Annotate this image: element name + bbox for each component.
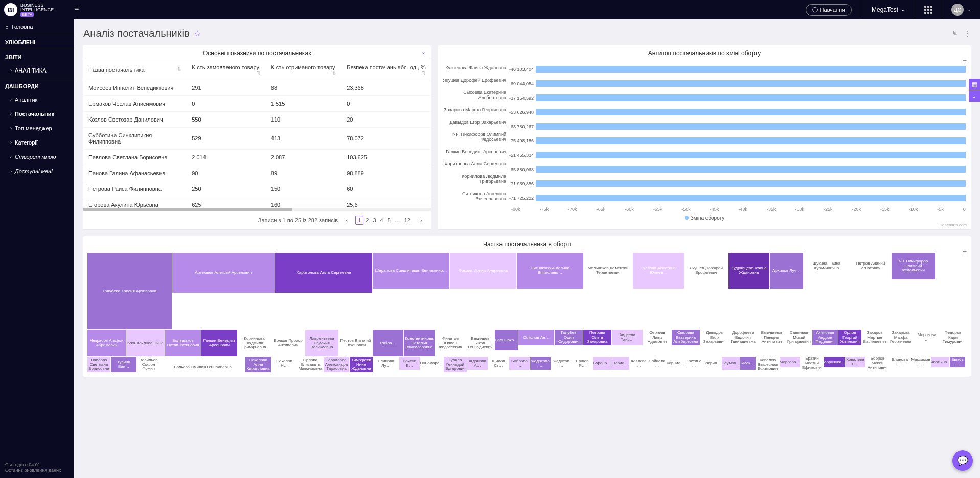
bar-row[interactable]: -46 103,404 (509, 64, 966, 74)
treemap-cell[interactable]: Захарова Марфа Георгиевна (888, 330, 914, 345)
treemap-cell[interactable]: Голубева Таисия Архиповна (87, 253, 172, 329)
treemap-cell[interactable]: Мельников Дементий Терентьевич (584, 253, 632, 289)
bar-row[interactable]: -37 154,592 (509, 93, 966, 102)
treemap-cell[interactable]: Максимов … (910, 357, 931, 367)
table-row[interactable]: Козлов Светозар Данилович55011020 (83, 112, 431, 128)
bar-row[interactable]: -53 626,948 (509, 107, 966, 116)
treemap-cell[interactable]: Архипов Луч… (770, 253, 803, 289)
treemap-cell[interactable]: Пестов Виталий Тихонович (339, 330, 372, 356)
treemap-cell[interactable]: Федоров Карл Тимурович (940, 330, 966, 345)
treemap-cell[interactable]: Блинова Е… (890, 357, 910, 367)
treemap-cell[interactable]: Козлова … (630, 357, 648, 370)
treemap-cell[interactable]: Некрасов Агафон Абрамович (87, 330, 126, 356)
treemap-cell[interactable]: Бобров Мокей Антипович (866, 357, 889, 370)
treemap-cell[interactable]: Соколова Алла Кирилловна (245, 357, 271, 372)
treemap-cell[interactable]: г-жа Хохлова Нине (126, 330, 165, 356)
treemap-cell[interactable]: Филатов Юлиан Федосеевич (435, 330, 466, 356)
treemap-cell[interactable]: Братин Ипатий Ефимович (801, 357, 824, 370)
treemap-cell[interactable]: Гаврил… (703, 357, 721, 370)
apps-menu[interactable] (915, 0, 942, 19)
treemap-cell[interactable]: Тимофеев Нина Ждановна (350, 357, 373, 372)
treemap-cell[interactable]: Жданова А… (467, 357, 488, 370)
bar-row[interactable]: -71 725,222 (509, 193, 966, 202)
sidebar-item-0[interactable]: ›Аналітик (0, 92, 74, 107)
treemap-cell[interactable]: Морозова… (824, 357, 845, 367)
treemap-cell[interactable]: Воксов Е… (399, 357, 420, 370)
treemap-cell[interactable]: Быков … (950, 357, 965, 367)
bar-row[interactable]: -71 959,856 (509, 179, 966, 188)
pager-page[interactable]: 5 (385, 216, 393, 224)
treemap-cell[interactable]: Васильев Яков Геннадиевич (466, 330, 494, 356)
treemap-cell[interactable]: Блинова Лу… (373, 357, 399, 370)
sidebar-item-5[interactable]: ›Доступні мені (0, 164, 74, 178)
bar-row[interactable]: -63 780,267 (509, 122, 966, 131)
edit-icon[interactable]: ✎ (952, 30, 958, 37)
table-row[interactable]: Егорова Акулина Юрьевна62516025,6 (83, 197, 431, 208)
treemap-cell[interactable]: Барано… (593, 357, 611, 370)
pager-prev[interactable]: ‹ (342, 216, 351, 224)
treemap-cell[interactable]: Пономаре… (420, 357, 443, 370)
treemap-cell[interactable]: Тусина Ван… (111, 357, 136, 372)
treemap-cell[interactable]: Костина … (685, 357, 703, 370)
tenant-selector[interactable]: MegaTest ⌄ (862, 0, 915, 19)
sort-icon[interactable]: ⇅ (332, 70, 336, 76)
treemap-cell[interactable]: Ковалев Вышеслав Ефимович (756, 357, 779, 372)
treemap-cell[interactable]: Васильев Софон Фомич (137, 357, 160, 372)
treemap-cell[interactable]: Соколов Н… (271, 357, 297, 370)
treemap-cell[interactable]: Петров Ананий Игнатович (850, 253, 891, 279)
treemap-cell[interactable]: Корнил… (667, 357, 685, 370)
column-header[interactable]: Назва постачальника⇅ (83, 60, 187, 80)
treemap-cell[interactable]: Дорофеева Евдокия Геннадиевна (729, 330, 757, 345)
treemap-cell[interactable]: Орлова Елизавета Максимовна (298, 357, 323, 372)
treemap-cell[interactable]: Константинова Наталья Вячеславовна (404, 330, 435, 356)
collapse-icon[interactable]: ⌄ (421, 49, 426, 55)
treemap-cell[interactable]: Савельев Мокей Григорьевич (786, 330, 812, 345)
treemap-cell[interactable]: Ершов Я… (572, 357, 592, 370)
table-row[interactable]: Панова Галина Афанасьевна908998,889 (83, 165, 431, 181)
treemap-cell[interactable]: Якушев Дорофей Ерофеевич (685, 253, 728, 289)
side-tab-collapse-icon[interactable]: ⌄ (969, 90, 980, 102)
sidebar-item-2[interactable]: ›Топ менеджер (0, 121, 74, 135)
treemap-cell[interactable]: Морозов… (780, 357, 800, 367)
treemap-cell[interactable]: Корнилова Людмила Григорьевна (238, 330, 271, 356)
treemap-cell[interactable]: Голубев Осип Сидорович (555, 330, 583, 345)
pager-page[interactable]: 12 (402, 216, 413, 224)
treemap-cell[interactable]: Галкин Венедикт Арсенович (201, 330, 237, 356)
treemap-cell[interactable]: Рябов… (373, 330, 403, 356)
treemap-cell[interactable]: Сысоева Екатерина Альбертовна (672, 330, 700, 345)
pager-page[interactable]: … (393, 216, 402, 224)
bar-row[interactable]: -69 044,084 (509, 79, 966, 88)
sort-icon[interactable]: ⇅ (422, 70, 426, 76)
treemap-cell[interactable]: Щукина Фаина Кузьминична (804, 253, 850, 279)
treemap-cell[interactable]: Федотова … (530, 357, 551, 370)
sort-icon[interactable]: ⇅ (257, 70, 261, 76)
treemap-cell[interactable]: Харитонова Алла Сергеевна (275, 253, 372, 293)
treemap-cell[interactable]: Гаврилова Александра Тарасовна (324, 357, 349, 372)
treemap-cell[interactable]: Волков Прохор Антипович (271, 330, 305, 356)
bar-row[interactable]: -65 880,068 (509, 164, 966, 174)
treemap-cell[interactable]: Зайцева … (648, 357, 666, 370)
sidebar-toggle-icon[interactable]: ≡ (74, 5, 89, 14)
treemap-cell[interactable]: Сергеев Лавр Адамович (643, 330, 671, 345)
table-row[interactable]: Моисеев Ипполит Венедиктович2916823,368 (83, 80, 431, 96)
bar-row[interactable]: -51 455,334 (509, 150, 966, 159)
pager-page[interactable]: 3 (371, 216, 378, 224)
treemap-cell[interactable]: Ларио… (611, 357, 629, 370)
treemap-cell[interactable]: г-н. Никифоров Олимпий Федосьевич (892, 253, 935, 279)
treemap-cell[interactable]: Морозова … (914, 330, 940, 345)
treemap-cell[interactable]: Большаков Остап Устинович (165, 330, 201, 356)
treemap-cell[interactable]: Артемьев Алексей Арсенович (172, 253, 275, 293)
column-header[interactable]: К-сть отриманого товару⇅ (266, 60, 341, 80)
treemap-cell[interactable]: Алексеев Андрон Фадеевич (812, 330, 838, 345)
treemap-cell[interactable]: Шарапова Синклитикия Вениамино… (373, 253, 449, 289)
column-header[interactable]: Безпека постачань абс. од., %⇅ (341, 60, 431, 80)
bar-row[interactable]: -75 498,186 (509, 136, 966, 145)
treemap-cell[interactable]: Большако… (495, 330, 518, 350)
more-icon[interactable]: ⋮ (965, 30, 971, 37)
chart-menu-icon[interactable]: ≡ (963, 249, 967, 257)
treemap-cell[interactable]: Лаврентьева Евдокия Великсовна (305, 330, 338, 356)
table-row[interactable]: Субботина Синклитикия Филипповна52941378… (83, 128, 431, 150)
treemap-cell[interactable]: Боброва … (509, 357, 530, 370)
table-row[interactable]: Петрова Раиса Филипповна25015060 (83, 181, 431, 197)
treemap-cell[interactable]: Фокина Ирина Андреевна (450, 253, 516, 289)
